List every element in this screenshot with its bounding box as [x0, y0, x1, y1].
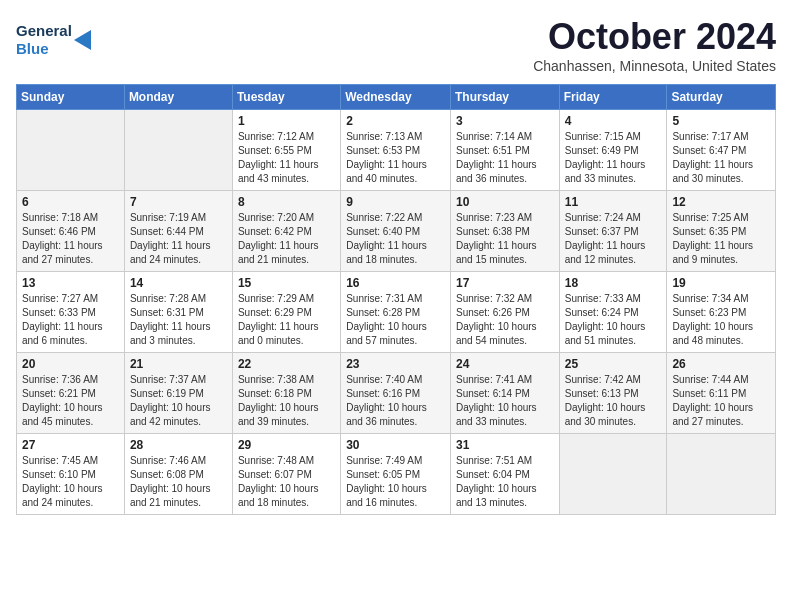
day-detail: Sunrise: 7:13 AM Sunset: 6:53 PM Dayligh…	[346, 130, 445, 186]
day-number: 11	[565, 195, 662, 209]
day-detail: Sunrise: 7:18 AM Sunset: 6:46 PM Dayligh…	[22, 211, 119, 267]
table-row: 13Sunrise: 7:27 AM Sunset: 6:33 PM Dayli…	[17, 272, 125, 353]
table-row: 23Sunrise: 7:40 AM Sunset: 6:16 PM Dayli…	[341, 353, 451, 434]
day-detail: Sunrise: 7:46 AM Sunset: 6:08 PM Dayligh…	[130, 454, 227, 510]
col-friday: Friday	[559, 85, 667, 110]
table-row: 18Sunrise: 7:33 AM Sunset: 6:24 PM Dayli…	[559, 272, 667, 353]
day-number: 4	[565, 114, 662, 128]
day-detail: Sunrise: 7:37 AM Sunset: 6:19 PM Dayligh…	[130, 373, 227, 429]
day-detail: Sunrise: 7:48 AM Sunset: 6:07 PM Dayligh…	[238, 454, 335, 510]
day-detail: Sunrise: 7:12 AM Sunset: 6:55 PM Dayligh…	[238, 130, 335, 186]
day-detail: Sunrise: 7:14 AM Sunset: 6:51 PM Dayligh…	[456, 130, 554, 186]
col-wednesday: Wednesday	[341, 85, 451, 110]
svg-text:Blue: Blue	[16, 40, 49, 57]
table-row: 1Sunrise: 7:12 AM Sunset: 6:55 PM Daylig…	[232, 110, 340, 191]
day-detail: Sunrise: 7:19 AM Sunset: 6:44 PM Dayligh…	[130, 211, 227, 267]
day-detail: Sunrise: 7:36 AM Sunset: 6:21 PM Dayligh…	[22, 373, 119, 429]
day-number: 9	[346, 195, 445, 209]
table-row: 19Sunrise: 7:34 AM Sunset: 6:23 PM Dayli…	[667, 272, 776, 353]
day-number: 23	[346, 357, 445, 371]
day-number: 10	[456, 195, 554, 209]
day-number: 13	[22, 276, 119, 290]
day-detail: Sunrise: 7:29 AM Sunset: 6:29 PM Dayligh…	[238, 292, 335, 348]
table-row: 15Sunrise: 7:29 AM Sunset: 6:29 PM Dayli…	[232, 272, 340, 353]
table-row: 16Sunrise: 7:31 AM Sunset: 6:28 PM Dayli…	[341, 272, 451, 353]
table-row: 8Sunrise: 7:20 AM Sunset: 6:42 PM Daylig…	[232, 191, 340, 272]
day-number: 17	[456, 276, 554, 290]
table-row: 22Sunrise: 7:38 AM Sunset: 6:18 PM Dayli…	[232, 353, 340, 434]
table-row: 11Sunrise: 7:24 AM Sunset: 6:37 PM Dayli…	[559, 191, 667, 272]
day-number: 8	[238, 195, 335, 209]
day-detail: Sunrise: 7:28 AM Sunset: 6:31 PM Dayligh…	[130, 292, 227, 348]
table-row: 9Sunrise: 7:22 AM Sunset: 6:40 PM Daylig…	[341, 191, 451, 272]
calendar-table: Sunday Monday Tuesday Wednesday Thursday…	[16, 84, 776, 515]
day-number: 12	[672, 195, 770, 209]
table-row: 21Sunrise: 7:37 AM Sunset: 6:19 PM Dayli…	[124, 353, 232, 434]
day-number: 26	[672, 357, 770, 371]
logo-svg: General Blue	[16, 16, 106, 60]
table-row: 31Sunrise: 7:51 AM Sunset: 6:04 PM Dayli…	[450, 434, 559, 515]
col-sunday: Sunday	[17, 85, 125, 110]
day-number: 25	[565, 357, 662, 371]
day-number: 15	[238, 276, 335, 290]
header-row: Sunday Monday Tuesday Wednesday Thursday…	[17, 85, 776, 110]
day-detail: Sunrise: 7:38 AM Sunset: 6:18 PM Dayligh…	[238, 373, 335, 429]
day-detail: Sunrise: 7:42 AM Sunset: 6:13 PM Dayligh…	[565, 373, 662, 429]
table-row: 2Sunrise: 7:13 AM Sunset: 6:53 PM Daylig…	[341, 110, 451, 191]
day-number: 14	[130, 276, 227, 290]
day-detail: Sunrise: 7:44 AM Sunset: 6:11 PM Dayligh…	[672, 373, 770, 429]
day-detail: Sunrise: 7:34 AM Sunset: 6:23 PM Dayligh…	[672, 292, 770, 348]
table-row: 10Sunrise: 7:23 AM Sunset: 6:38 PM Dayli…	[450, 191, 559, 272]
day-number: 31	[456, 438, 554, 452]
day-number: 16	[346, 276, 445, 290]
table-row: 25Sunrise: 7:42 AM Sunset: 6:13 PM Dayli…	[559, 353, 667, 434]
day-number: 29	[238, 438, 335, 452]
day-number: 27	[22, 438, 119, 452]
day-detail: Sunrise: 7:51 AM Sunset: 6:04 PM Dayligh…	[456, 454, 554, 510]
header: General Blue October 2024 Chanhassen, Mi…	[16, 16, 776, 74]
day-detail: Sunrise: 7:41 AM Sunset: 6:14 PM Dayligh…	[456, 373, 554, 429]
day-number: 18	[565, 276, 662, 290]
table-row: 6Sunrise: 7:18 AM Sunset: 6:46 PM Daylig…	[17, 191, 125, 272]
table-row: 28Sunrise: 7:46 AM Sunset: 6:08 PM Dayli…	[124, 434, 232, 515]
table-row: 4Sunrise: 7:15 AM Sunset: 6:49 PM Daylig…	[559, 110, 667, 191]
calendar-week-2: 13Sunrise: 7:27 AM Sunset: 6:33 PM Dayli…	[17, 272, 776, 353]
table-row: 5Sunrise: 7:17 AM Sunset: 6:47 PM Daylig…	[667, 110, 776, 191]
table-row: 12Sunrise: 7:25 AM Sunset: 6:35 PM Dayli…	[667, 191, 776, 272]
svg-marker-1	[74, 30, 91, 50]
day-detail: Sunrise: 7:49 AM Sunset: 6:05 PM Dayligh…	[346, 454, 445, 510]
table-row	[667, 434, 776, 515]
table-row: 30Sunrise: 7:49 AM Sunset: 6:05 PM Dayli…	[341, 434, 451, 515]
table-row	[559, 434, 667, 515]
table-row: 20Sunrise: 7:36 AM Sunset: 6:21 PM Dayli…	[17, 353, 125, 434]
calendar-week-3: 20Sunrise: 7:36 AM Sunset: 6:21 PM Dayli…	[17, 353, 776, 434]
page: General Blue October 2024 Chanhassen, Mi…	[0, 0, 792, 612]
day-detail: Sunrise: 7:32 AM Sunset: 6:26 PM Dayligh…	[456, 292, 554, 348]
day-number: 30	[346, 438, 445, 452]
day-detail: Sunrise: 7:45 AM Sunset: 6:10 PM Dayligh…	[22, 454, 119, 510]
svg-text:General: General	[16, 22, 72, 39]
day-number: 20	[22, 357, 119, 371]
col-saturday: Saturday	[667, 85, 776, 110]
day-detail: Sunrise: 7:17 AM Sunset: 6:47 PM Dayligh…	[672, 130, 770, 186]
table-row: 29Sunrise: 7:48 AM Sunset: 6:07 PM Dayli…	[232, 434, 340, 515]
month-title: October 2024	[533, 16, 776, 58]
day-number: 3	[456, 114, 554, 128]
table-row: 24Sunrise: 7:41 AM Sunset: 6:14 PM Dayli…	[450, 353, 559, 434]
day-number: 22	[238, 357, 335, 371]
table-row	[124, 110, 232, 191]
day-number: 7	[130, 195, 227, 209]
location: Chanhassen, Minnesota, United States	[533, 58, 776, 74]
table-row: 7Sunrise: 7:19 AM Sunset: 6:44 PM Daylig…	[124, 191, 232, 272]
day-number: 19	[672, 276, 770, 290]
day-detail: Sunrise: 7:40 AM Sunset: 6:16 PM Dayligh…	[346, 373, 445, 429]
day-number: 6	[22, 195, 119, 209]
day-number: 21	[130, 357, 227, 371]
day-detail: Sunrise: 7:23 AM Sunset: 6:38 PM Dayligh…	[456, 211, 554, 267]
table-row: 27Sunrise: 7:45 AM Sunset: 6:10 PM Dayli…	[17, 434, 125, 515]
title-area: October 2024 Chanhassen, Minnesota, Unit…	[533, 16, 776, 74]
calendar-week-0: 1Sunrise: 7:12 AM Sunset: 6:55 PM Daylig…	[17, 110, 776, 191]
table-row	[17, 110, 125, 191]
table-row: 17Sunrise: 7:32 AM Sunset: 6:26 PM Dayli…	[450, 272, 559, 353]
day-detail: Sunrise: 7:24 AM Sunset: 6:37 PM Dayligh…	[565, 211, 662, 267]
